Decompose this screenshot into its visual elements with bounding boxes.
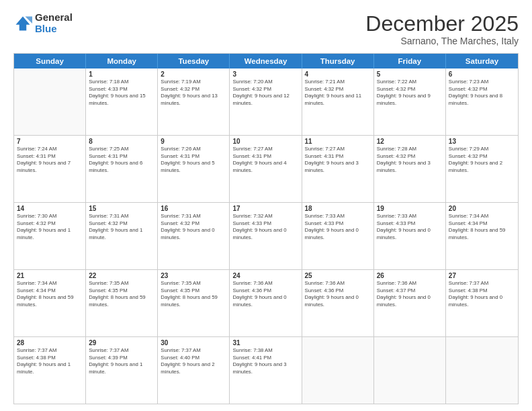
day-info: Sunrise: 7:19 AM Sunset: 4:32 PM Dayligh… [161,79,226,107]
day-number: 28 [17,339,83,347]
calendar-cell: 29Sunrise: 7:37 AM Sunset: 4:39 PM Dayli… [86,337,158,404]
calendar-cell [302,337,374,404]
calendar-cell: 26Sunrise: 7:36 AM Sunset: 4:37 PM Dayli… [374,270,446,336]
day-number: 26 [377,272,443,279]
calendar-cell: 15Sunrise: 7:31 AM Sunset: 4:32 PM Dayli… [86,203,158,269]
calendar-row-0: 1Sunrise: 7:18 AM Sunset: 4:33 PM Daylig… [14,68,518,136]
logo: General Blue [13,12,73,34]
day-number: 9 [161,138,226,145]
day-info: Sunrise: 7:32 AM Sunset: 4:33 PM Dayligh… [232,213,298,241]
location-title: Sarnano, The Marches, Italy [365,36,519,46]
day-info: Sunrise: 7:29 AM Sunset: 4:32 PM Dayligh… [449,146,515,174]
calendar-cell: 13Sunrise: 7:29 AM Sunset: 4:32 PM Dayli… [446,136,518,202]
day-info: Sunrise: 7:30 AM Sunset: 4:32 PM Dayligh… [17,213,83,241]
day-info: Sunrise: 7:27 AM Sunset: 4:31 PM Dayligh… [232,146,298,174]
day-number: 15 [89,205,154,212]
day-number: 3 [232,71,298,78]
calendar-cell: 22Sunrise: 7:35 AM Sunset: 4:35 PM Dayli… [86,270,158,336]
calendar-cell: 10Sunrise: 7:27 AM Sunset: 4:31 PM Dayli… [230,136,302,202]
day-info: Sunrise: 7:33 AM Sunset: 4:33 PM Dayligh… [305,213,371,241]
day-info: Sunrise: 7:37 AM Sunset: 4:39 PM Dayligh… [89,347,154,375]
calendar-cell: 17Sunrise: 7:32 AM Sunset: 4:33 PM Dayli… [230,203,302,269]
day-number: 7 [17,138,83,145]
day-info: Sunrise: 7:18 AM Sunset: 4:33 PM Dayligh… [89,79,154,107]
day-number: 27 [449,272,515,279]
day-number: 16 [161,205,226,212]
calendar-cell: 1Sunrise: 7:18 AM Sunset: 4:33 PM Daylig… [86,68,158,135]
day-number: 25 [305,272,371,279]
day-info: Sunrise: 7:27 AM Sunset: 4:31 PM Dayligh… [305,146,371,174]
calendar-cell: 5Sunrise: 7:22 AM Sunset: 4:32 PM Daylig… [374,68,446,135]
day-number: 5 [377,71,443,78]
calendar-cell: 31Sunrise: 7:38 AM Sunset: 4:41 PM Dayli… [230,337,302,404]
calendar-cell [446,337,518,404]
day-info: Sunrise: 7:22 AM Sunset: 4:32 PM Dayligh… [377,79,443,107]
day-number: 20 [449,205,515,212]
day-number: 22 [89,272,154,279]
calendar-row-1: 7Sunrise: 7:24 AM Sunset: 4:31 PM Daylig… [14,136,518,203]
calendar-cell [374,337,446,404]
calendar-cell: 30Sunrise: 7:37 AM Sunset: 4:40 PM Dayli… [158,337,230,404]
calendar-cell: 4Sunrise: 7:21 AM Sunset: 4:32 PM Daylig… [302,68,374,135]
calendar-row-2: 14Sunrise: 7:30 AM Sunset: 4:32 PM Dayli… [14,203,518,270]
calendar-cell: 19Sunrise: 7:33 AM Sunset: 4:33 PM Dayli… [374,203,446,269]
day-info: Sunrise: 7:37 AM Sunset: 4:38 PM Dayligh… [449,280,515,308]
calendar-cell: 2Sunrise: 7:19 AM Sunset: 4:32 PM Daylig… [158,68,230,135]
day-info: Sunrise: 7:36 AM Sunset: 4:37 PM Dayligh… [377,280,443,308]
day-number: 13 [449,138,515,145]
day-info: Sunrise: 7:31 AM Sunset: 4:32 PM Dayligh… [161,213,226,241]
calendar-cell: 12Sunrise: 7:28 AM Sunset: 4:32 PM Dayli… [374,136,446,202]
day-number: 19 [377,205,443,212]
logo-general: General [35,12,73,24]
day-info: Sunrise: 7:25 AM Sunset: 4:31 PM Dayligh… [89,146,154,174]
day-info: Sunrise: 7:37 AM Sunset: 4:38 PM Dayligh… [17,347,83,375]
calendar-cell: 14Sunrise: 7:30 AM Sunset: 4:32 PM Dayli… [14,203,86,269]
calendar-cell: 20Sunrise: 7:34 AM Sunset: 4:34 PM Dayli… [446,203,518,269]
header-cell-friday: Friday [374,54,446,68]
logo-icon [13,14,32,33]
calendar-cell: 21Sunrise: 7:34 AM Sunset: 4:34 PM Dayli… [14,270,86,336]
header-cell-tuesday: Tuesday [158,54,230,68]
day-info: Sunrise: 7:26 AM Sunset: 4:31 PM Dayligh… [161,146,226,174]
calendar-cell: 11Sunrise: 7:27 AM Sunset: 4:31 PM Dayli… [302,136,374,202]
logo-blue: Blue [35,24,73,35]
day-info: Sunrise: 7:35 AM Sunset: 4:35 PM Dayligh… [161,280,226,308]
calendar-cell: 6Sunrise: 7:23 AM Sunset: 4:32 PM Daylig… [446,68,518,135]
calendar-cell: 23Sunrise: 7:35 AM Sunset: 4:35 PM Dayli… [158,270,230,336]
calendar: SundayMondayTuesdayWednesdayThursdayFrid… [13,53,519,404]
day-number: 1 [89,71,154,78]
day-number: 11 [305,138,371,145]
day-info: Sunrise: 7:37 AM Sunset: 4:40 PM Dayligh… [161,347,226,375]
calendar-body: 1Sunrise: 7:18 AM Sunset: 4:33 PM Daylig… [14,68,518,404]
calendar-cell: 16Sunrise: 7:31 AM Sunset: 4:32 PM Dayli… [158,203,230,269]
day-number: 29 [89,339,154,347]
logo-text: General Blue [35,12,73,34]
day-number: 30 [161,339,226,347]
day-number: 14 [17,205,83,212]
day-number: 4 [305,71,371,78]
calendar-cell: 8Sunrise: 7:25 AM Sunset: 4:31 PM Daylig… [86,136,158,202]
header-cell-thursday: Thursday [302,54,374,68]
calendar-row-3: 21Sunrise: 7:34 AM Sunset: 4:34 PM Dayli… [14,270,518,337]
day-number: 17 [232,205,298,212]
day-info: Sunrise: 7:21 AM Sunset: 4:32 PM Dayligh… [305,79,371,107]
day-info: Sunrise: 7:28 AM Sunset: 4:32 PM Dayligh… [377,146,443,174]
day-number: 18 [305,205,371,212]
day-info: Sunrise: 7:36 AM Sunset: 4:36 PM Dayligh… [232,280,298,308]
header-right: December 2025 Sarnano, The Marches, Ital… [365,12,519,46]
calendar-cell: 27Sunrise: 7:37 AM Sunset: 4:38 PM Dayli… [446,270,518,336]
day-info: Sunrise: 7:31 AM Sunset: 4:32 PM Dayligh… [89,213,154,241]
header-cell-saturday: Saturday [446,54,518,68]
day-number: 23 [161,272,226,279]
header-cell-wednesday: Wednesday [230,54,302,68]
calendar-cell: 25Sunrise: 7:36 AM Sunset: 4:36 PM Dayli… [302,270,374,336]
day-info: Sunrise: 7:34 AM Sunset: 4:34 PM Dayligh… [449,213,515,241]
top-section: General Blue December 2025 Sarnano, The … [13,12,519,46]
calendar-cell: 24Sunrise: 7:36 AM Sunset: 4:36 PM Dayli… [230,270,302,336]
day-number: 6 [449,71,515,78]
header-cell-monday: Monday [86,54,158,68]
day-number: 12 [377,138,443,145]
day-number: 8 [89,138,154,145]
day-number: 24 [232,272,298,279]
day-number: 31 [232,339,298,347]
